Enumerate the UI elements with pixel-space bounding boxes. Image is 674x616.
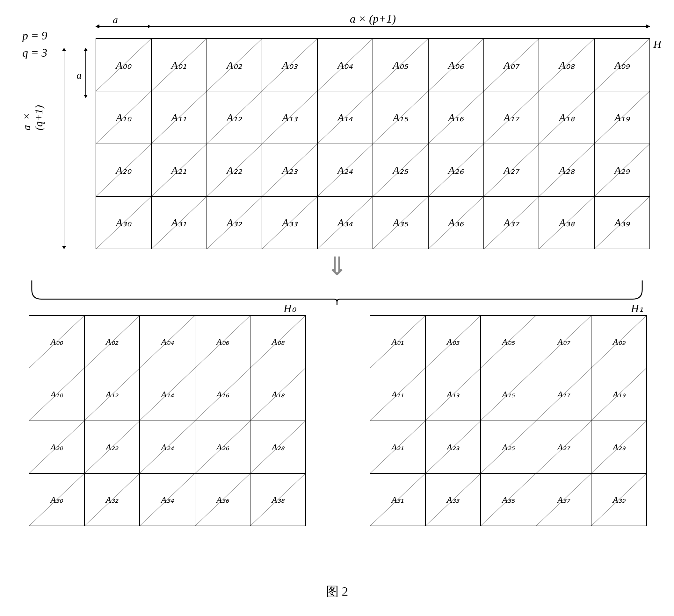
arrow-right-head <box>646 24 650 28</box>
down-arrow: ⇓ <box>326 252 348 281</box>
grid-cell: A₀₁ <box>370 315 426 368</box>
grid-cell: A₂₃ <box>426 421 481 473</box>
main-container: p = 9 q = 3 a × (p+1) a a a × (q+1) <box>0 0 674 616</box>
cell-label: A₂₁ <box>391 442 404 452</box>
grid-cell: A₀₃ <box>262 38 317 91</box>
grid-cell: A₀₆ <box>195 315 250 368</box>
grid-cell: A₁₄ <box>139 368 195 421</box>
grid-cell: A₃₄ <box>139 473 195 526</box>
grid-cell: A₃₀ <box>29 473 85 526</box>
a-vert-label: a <box>77 69 82 81</box>
cell-label: A₁₈ <box>559 112 575 124</box>
grid-cell: A₃₄ <box>317 196 373 249</box>
h1-label: H₁ <box>631 302 643 315</box>
cell-label: A₀₇ <box>503 59 519 71</box>
grid-cell: A₁₃ <box>426 368 481 421</box>
horiz-arrow <box>96 26 650 27</box>
grid-cell: A₁₉ <box>591 368 647 421</box>
grid-cell: A₁₂ <box>207 91 262 144</box>
aq-label: a × (q+1) <box>21 105 45 131</box>
grid-cell: A₂₀ <box>96 144 151 196</box>
grid-cell: A₃₁ <box>370 473 426 526</box>
cell-label: A₂₁ <box>171 164 187 176</box>
cell-label: A₃₇ <box>503 217 519 228</box>
cell-label: A₃₆ <box>216 495 229 504</box>
cell-label: A₁₀ <box>50 389 63 399</box>
cell-label: A₃₉ <box>613 495 625 504</box>
grid-cell: A₃₆ <box>428 196 484 249</box>
grid-cell: A₂₇ <box>484 144 539 196</box>
grid-cell: A₃₉ <box>594 196 650 249</box>
grid-cell: A₀₄ <box>139 315 195 368</box>
cell-label: A₃₅ <box>392 217 408 228</box>
cell-label: A₁₅ <box>502 389 514 399</box>
grid-cell: A₀₅ <box>373 38 428 91</box>
cell-label: A₀₃ <box>282 59 298 71</box>
grid-cell: A₀₉ <box>591 315 647 368</box>
grid-cell: A₂₄ <box>139 421 195 473</box>
a-vert-bottom <box>84 95 88 98</box>
cell-label: A₂₃ <box>447 442 459 452</box>
cell-label: A₁₇ <box>557 389 570 399</box>
grid-cell: A₁₇ <box>484 91 539 144</box>
grid-cell: A₂₆ <box>195 421 250 473</box>
cell-label: A₂₄ <box>337 164 353 176</box>
cell-label: A₂₃ <box>282 164 298 176</box>
cell-label: A₁₇ <box>503 112 519 124</box>
grid-cell: A₃₈ <box>250 473 306 526</box>
grid-cell: A₃₂ <box>207 196 262 249</box>
grid-cell: A₀₈ <box>250 315 306 368</box>
cell-label: A₁₉ <box>614 112 630 124</box>
cell-label: A₃₃ <box>282 217 298 228</box>
cell-label: A₀₅ <box>502 337 514 347</box>
bottom-left-table: A₀₀A₀₂A₀₄A₀₆A₀₈A₁₀A₁₂A₁₄A₁₆A₁₈A₂₀A₂₂A₂₄A… <box>29 315 306 526</box>
cell-label: A₀₇ <box>557 337 570 347</box>
grid-cell: A₁₀ <box>29 368 85 421</box>
grid-cell: A₃₁ <box>151 196 207 249</box>
bottom-left-grid: A₀₀A₀₂A₀₄A₀₆A₀₈A₁₀A₁₂A₁₄A₁₆A₁₈A₂₀A₂₂A₂₄A… <box>29 315 306 526</box>
params-label: p = 9 q = 3 <box>22 27 47 61</box>
grid-cell: A₁₇ <box>536 368 591 421</box>
grid-cell: A₂₉ <box>594 144 650 196</box>
cell-label: A₀₀ <box>50 337 63 347</box>
bottom-right-table: A₀₁A₀₃A₀₅A₀₇A₀₉A₁₁A₁₃A₁₅A₁₇A₁₉A₂₁A₂₃A₂₅A… <box>370 315 647 526</box>
grid-cell: A₂₆ <box>428 144 484 196</box>
grid-cell: A₁₈ <box>539 91 594 144</box>
cell-label: A₁₁ <box>391 389 404 399</box>
h-label-top: H <box>653 38 661 50</box>
cell-label: A₃₄ <box>161 495 174 504</box>
cell-label: A₀₆ <box>216 337 229 347</box>
cell-label: A₀₂ <box>106 337 118 347</box>
cell-label: A₃₁ <box>171 217 187 228</box>
cell-label: A₃₆ <box>448 217 464 228</box>
cell-label: A₂₀ <box>50 442 63 452</box>
cell-label: A₁₄ <box>337 112 353 124</box>
cell-label: A₀₄ <box>161 337 174 347</box>
grid-cell: A₁₁ <box>370 368 426 421</box>
grid-cell: A₂₁ <box>370 421 426 473</box>
grid-cell: A₀₈ <box>539 38 594 91</box>
grid-cell: A₃₃ <box>426 473 481 526</box>
grid-cell: A₀₇ <box>484 38 539 91</box>
a-horiz-label: a <box>113 14 118 26</box>
cell-label: A₃₀ <box>50 495 63 504</box>
cell-label: A₂₅ <box>502 442 514 452</box>
grid-cell: A₁₂ <box>85 368 140 421</box>
grid-cell: A₃₈ <box>539 196 594 249</box>
grid-cell: A₁₅ <box>480 368 536 421</box>
grid-cell: A₀₇ <box>536 315 591 368</box>
grid-cell: A₃₆ <box>195 473 250 526</box>
curly-brace-svg <box>29 280 645 306</box>
cell-label: A₂₉ <box>613 442 625 452</box>
cell-label: A₁₂ <box>106 389 118 399</box>
cell-label: A₂₆ <box>448 164 464 176</box>
grid-cell: A₃₅ <box>480 473 536 526</box>
cell-label: A₃₁ <box>391 495 404 504</box>
grid-cell: A₂₈ <box>250 421 306 473</box>
grid-cell: A₀₁ <box>151 38 207 91</box>
grid-cell: A₃₀ <box>96 196 151 249</box>
grid-cell: A₂₈ <box>539 144 594 196</box>
cell-label: A₂₂ <box>227 164 242 176</box>
top-grid: A₀₀A₀₁A₀₂A₀₃A₀₄A₀₅A₀₆A₀₇A₀₈A₀₉A₁₀A₁₁A₁₂A… <box>96 38 650 249</box>
cell-label: A₂₇ <box>557 442 570 452</box>
